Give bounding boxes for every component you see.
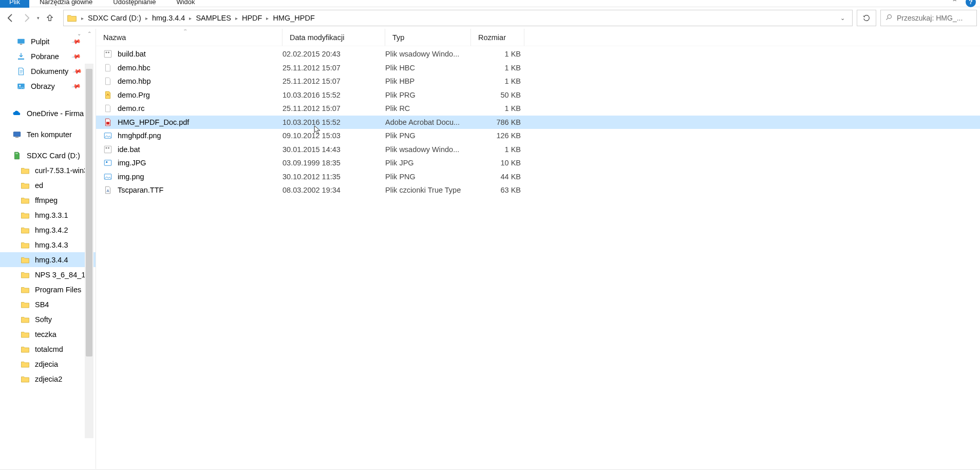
breadcrumb-0[interactable]: SDXC Card (D:) (85, 14, 144, 22)
sidebar-folder[interactable]: ffmpeg (0, 193, 96, 208)
sidebar-item-onedrive[interactable]: OneDrive - Firma I (0, 106, 96, 121)
sidebar-folder[interactable]: curl-7.53.1-win32 (0, 163, 96, 178)
file-row[interactable]: ide.bat 30.01.2015 14:43 Plik wsadowy Wi… (96, 143, 980, 157)
sidebar-folder[interactable]: ed (0, 178, 96, 193)
refresh-button[interactable] (857, 10, 876, 26)
pin-icon: 📌 (71, 36, 81, 46)
folder-icon (21, 255, 30, 265)
file-date: 25.11.2012 15:07 (282, 64, 385, 72)
breadcrumb-3[interactable]: HPDF (239, 14, 265, 22)
ribbon-tab-file[interactable]: Plik (0, 0, 29, 8)
navpane-scrollbar[interactable] (85, 64, 93, 438)
chevron-right-icon[interactable]: ▸ (80, 15, 85, 21)
pin-icon: 📌 (71, 51, 81, 61)
sidebar-item-this-pc[interactable]: Ten komputer (0, 127, 96, 142)
folder-icon (21, 374, 30, 384)
svg-rect-7 (15, 137, 18, 138)
file-type: Plik HBC (385, 64, 471, 72)
sidebar-folder[interactable]: teczka (0, 327, 96, 342)
address-bar[interactable]: ▸ SDXC Card (D:) ▸ hmg.3.4.4 ▸ SAMPLES ▸… (63, 10, 853, 26)
sidebar-quick-pictures[interactable]: Obrazy 📌 (0, 79, 96, 93)
up-button[interactable] (43, 11, 57, 25)
file-type: Plik PRG (385, 91, 471, 99)
file-row[interactable]: demo.rc 25.11.2012 15:07 Plik RC 1 KB (96, 102, 980, 116)
sidebar-folder[interactable]: SB4 (0, 297, 96, 312)
scroll-arrow-icon[interactable]: ⌄ (77, 31, 82, 36)
svg-point-5 (19, 85, 21, 86)
chevron-right-icon[interactable]: ▸ (188, 15, 193, 21)
sidebar-folder[interactable]: Softy (0, 312, 96, 327)
column-label: Nazwa (103, 33, 126, 42)
file-row[interactable]: build.bat 02.02.2015 20:43 Plik wsadowy … (96, 47, 980, 61)
sidebar-item-label: Pulpit (31, 37, 49, 46)
file-row[interactable]: demo.hbc 25.11.2012 15:07 Plik HBC 1 KB (96, 61, 980, 75)
blank-file-icon (103, 63, 112, 72)
file-size: 50 KB (471, 91, 521, 99)
documents-icon (16, 67, 26, 76)
sidebar-folder[interactable]: totalcmd (0, 342, 96, 356)
svg-rect-20 (104, 174, 111, 180)
sidebar-folder[interactable]: zdjecia2 (0, 371, 96, 386)
forward-button[interactable] (20, 11, 34, 25)
minimize-ribbon-icon[interactable]: ⌃ (951, 0, 958, 5)
chevron-right-icon[interactable]: ▸ (144, 15, 149, 21)
column-header-name[interactable]: Nazwa ⌃ (96, 29, 282, 46)
folder-icon (21, 211, 30, 220)
file-name: build.bat (118, 50, 146, 58)
pin-icon: 📌 (71, 81, 81, 91)
ribbon-tab-home[interactable]: Narzędzia główne (29, 0, 103, 8)
desktop-icon (16, 37, 26, 46)
scroll-arrow-icon[interactable]: ⌃ (87, 31, 92, 36)
sidebar-folder[interactable]: NPS 3_6_84_1 (0, 267, 96, 282)
file-row[interactable]: A Tscparan.TTF 08.03.2002 19:34 Plik czc… (96, 183, 980, 197)
file-row[interactable]: img.JPG 03.09.1999 18:35 Plik JPG 10 KB (96, 156, 980, 170)
sidebar-quick-desktop[interactable]: Pulpit 📌 (0, 34, 96, 49)
svg-rect-14 (104, 133, 111, 139)
column-header-date[interactable]: Data modyfikacji (282, 29, 385, 46)
recent-locations-dropdown[interactable]: ▾ (36, 15, 41, 21)
sidebar-folder[interactable]: hmg.3.4.4 (0, 252, 96, 267)
sidebar-item-label: Dokumenty (31, 67, 68, 76)
sidebar-folder[interactable]: hmg.3.3.1 (0, 208, 96, 222)
address-history-dropdown[interactable]: ⌄ (835, 15, 850, 22)
breadcrumb-4[interactable]: HMG_HPDF (270, 14, 317, 22)
file-row[interactable]: demo.hbp 25.11.2012 15:07 Plik HBP 1 KB (96, 74, 980, 88)
scrollbar-thumb[interactable] (86, 69, 92, 356)
folder-icon (21, 330, 30, 339)
file-row[interactable]: demo.Prg 10.03.2016 15:52 Plik PRG 50 KB (96, 88, 980, 102)
folder-icon (21, 345, 30, 354)
breadcrumb-2[interactable]: SAMPLES (193, 14, 234, 22)
sidebar-item-label: hmg.3.4.4 (35, 256, 68, 264)
sidebar-item-drive[interactable]: SDXC Card (D:) (0, 148, 96, 163)
sidebar-item-label: zdjecia (35, 360, 58, 368)
sidebar-quick-downloads[interactable]: Pobrane 📌 (0, 49, 96, 64)
ribbon-tab-share[interactable]: Udostępnianie (103, 0, 166, 8)
help-icon[interactable]: ? (966, 0, 976, 7)
file-row[interactable]: hmghpdf.png 09.10.2012 15:03 Plik PNG 12… (96, 129, 980, 143)
ribbon: Plik Narzędzia główne Udostępnianie Wido… (0, 0, 980, 7)
chevron-right-icon[interactable]: ▸ (234, 15, 239, 21)
sidebar-item-label: Program Files (35, 286, 81, 294)
file-date: 30.10.2012 11:35 (282, 173, 385, 181)
folder-icon (21, 240, 30, 250)
sidebar-folder[interactable]: hmg.3.4.3 (0, 237, 96, 252)
sidebar-item-label: zdjecia2 (35, 375, 62, 383)
sidebar-folder[interactable]: Program Files (0, 282, 96, 297)
search-box[interactable]: Przeszukaj: HMG_... (880, 10, 977, 26)
file-row[interactable]: HMG_HPDF_Doc.pdf 10.03.2016 15:52 Adobe … (96, 116, 980, 129)
sidebar-folder[interactable]: zdjecia (0, 356, 96, 371)
sidebar-folder[interactable]: hmg.3.4.2 (0, 222, 96, 237)
sidebar-item-label: curl-7.53.1-win32 (35, 166, 92, 175)
breadcrumb-1[interactable]: hmg.3.4.4 (149, 14, 189, 22)
column-header-size[interactable]: Rozmiar (471, 29, 524, 46)
column-header-type[interactable]: Typ (385, 29, 471, 46)
ribbon-tab-view[interactable]: Widok (166, 0, 205, 8)
svg-point-0 (888, 15, 892, 19)
chevron-right-icon[interactable]: ▸ (265, 15, 270, 21)
sidebar-quick-documents[interactable]: Dokumenty 📌 (0, 64, 96, 79)
svg-rect-15 (104, 146, 111, 153)
file-row[interactable]: img.png 30.10.2012 11:35 Plik PNG 44 KB (96, 170, 980, 184)
file-date: 02.02.2015 20:43 (282, 50, 385, 58)
back-button[interactable] (3, 11, 17, 25)
bat-file-icon (103, 145, 112, 154)
